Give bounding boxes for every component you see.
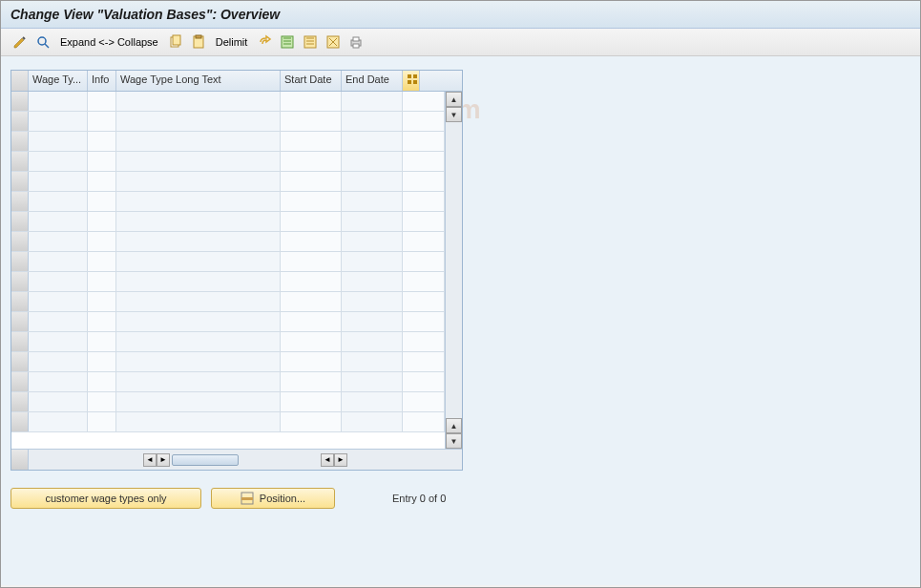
row-selector[interactable] [11,92,29,111]
cell-long-text[interactable] [116,272,281,291]
cell-end-date[interactable] [342,112,403,131]
table-row[interactable] [11,352,445,372]
scroll-right-button[interactable]: ► [157,453,170,467]
cell-start-date[interactable] [281,312,342,331]
table-row[interactable] [11,312,445,332]
cell-end-date[interactable] [342,192,403,211]
cell-long-text[interactable] [116,232,281,251]
row-selector[interactable] [11,152,29,171]
row-selector[interactable] [11,392,29,411]
cell-end-date[interactable] [342,372,403,391]
cell-wage-type[interactable] [29,152,88,171]
cell-long-text[interactable] [116,292,281,311]
cell-end-date[interactable] [342,232,403,251]
cell-wage-type[interactable] [29,312,88,331]
cell-long-text[interactable] [116,392,281,411]
toggle-display-change-icon[interactable] [10,32,30,52]
cell-end-date[interactable] [342,92,403,111]
cell-end-date[interactable] [342,292,403,311]
select-all-header[interactable] [11,71,29,91]
cell-wage-type[interactable] [29,112,88,131]
cell-end-date[interactable] [342,312,403,331]
cell-wage-type[interactable] [29,192,88,211]
column-header-long-text[interactable]: Wage Type Long Text [116,71,281,91]
cell-wage-type[interactable] [29,292,88,311]
cell-wage-type[interactable] [29,332,88,351]
row-selector[interactable] [11,192,29,211]
scroll-up-button-bottom[interactable]: ▲ [446,418,462,433]
cell-long-text[interactable] [116,332,281,351]
cell-wage-type[interactable] [29,372,88,391]
row-selector[interactable] [11,212,29,231]
cell-wage-type[interactable] [29,232,88,251]
cell-wage-type[interactable] [29,412,88,431]
cell-long-text[interactable] [116,172,281,191]
scroll-down-button[interactable]: ▼ [446,107,462,122]
table-row[interactable] [11,172,445,192]
cell-start-date[interactable] [281,412,342,431]
table-row[interactable] [11,392,445,412]
cell-long-text[interactable] [116,152,281,171]
cell-info[interactable] [88,172,116,191]
cell-wage-type[interactable] [29,392,88,411]
cell-info[interactable] [88,152,116,171]
cell-info[interactable] [88,132,116,151]
copy-icon[interactable] [166,32,185,52]
cell-info[interactable] [88,212,116,231]
cell-end-date[interactable] [342,272,403,291]
cell-wage-type[interactable] [29,132,88,151]
select-all-icon[interactable] [278,32,297,52]
row-selector[interactable] [11,272,29,291]
cell-end-date[interactable] [342,172,403,191]
cell-end-date[interactable] [342,212,403,231]
scroll-left-end-button[interactable]: ◄ [321,453,334,467]
row-selector[interactable] [11,132,29,151]
cell-start-date[interactable] [281,292,342,311]
cell-info[interactable] [88,272,116,291]
column-header-end-date[interactable]: End Date [342,71,403,91]
table-row[interactable] [11,132,445,152]
cell-start-date[interactable] [281,372,342,391]
cell-long-text[interactable] [116,132,281,151]
print-icon[interactable] [346,32,366,52]
row-selector[interactable] [11,332,29,351]
cell-info[interactable] [88,292,116,311]
cell-start-date[interactable] [281,212,342,231]
cell-info[interactable] [88,372,116,391]
column-header-wage-type[interactable]: Wage Ty... [29,71,88,91]
table-row[interactable] [11,252,445,272]
scroll-down-button-bottom[interactable]: ▼ [446,433,462,449]
cell-long-text[interactable] [116,112,281,131]
table-row[interactable] [11,152,445,172]
table-row[interactable] [11,292,445,312]
cell-end-date[interactable] [342,392,403,411]
scroll-up-button[interactable]: ▲ [446,92,462,107]
cell-wage-type[interactable] [29,212,88,231]
cell-start-date[interactable] [281,92,342,111]
cell-info[interactable] [88,112,116,131]
table-row[interactable] [11,212,445,232]
cell-long-text[interactable] [116,312,281,331]
table-row[interactable] [11,332,445,352]
configure-icon[interactable] [324,32,343,52]
expand-collapse-button[interactable]: Expand <-> Collapse [56,34,162,50]
cell-end-date[interactable] [342,352,403,371]
cell-start-date[interactable] [281,272,342,291]
row-selector[interactable] [11,412,29,431]
cell-start-date[interactable] [281,152,342,171]
cell-start-date[interactable] [281,392,342,411]
table-row[interactable] [11,92,445,112]
customer-wage-types-button[interactable]: customer wage types only [10,488,201,509]
cell-long-text[interactable] [116,372,281,391]
row-selector[interactable] [11,232,29,251]
cell-wage-type[interactable] [29,272,88,291]
cell-start-date[interactable] [281,172,342,191]
cell-start-date[interactable] [281,132,342,151]
cell-long-text[interactable] [116,192,281,211]
vertical-scrollbar[interactable]: ▲ ▼ ▲ ▼ [445,92,462,449]
cell-info[interactable] [88,192,116,211]
row-selector[interactable] [11,252,29,271]
undo-icon[interactable] [255,32,274,52]
cell-info[interactable] [88,352,116,371]
cell-start-date[interactable] [281,332,342,351]
